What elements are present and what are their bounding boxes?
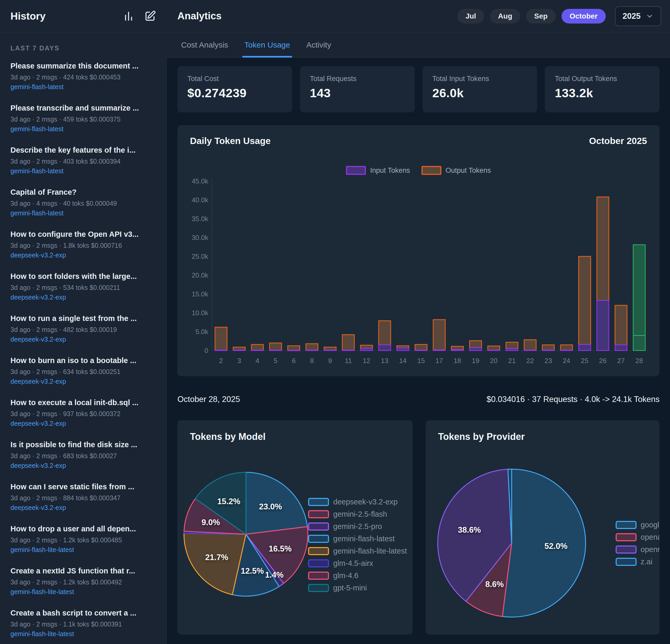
history-item[interactable]: Capital of France?3d ago · 4 msgs · 40 t… xyxy=(0,181,166,223)
svg-text:28: 28 xyxy=(635,357,643,365)
tab-token-usage[interactable]: Token Usage xyxy=(244,32,290,57)
history-item-model: gemini-flash-latest xyxy=(11,83,156,91)
history-item-title: Please transcribe and summarize ... xyxy=(11,103,156,113)
gemini-flash-latest-swatch-icon xyxy=(308,535,329,543)
svg-text:26: 26 xyxy=(599,357,607,365)
history-item-meta: 3d ago · 4 msgs · 40 toks $0.000049 xyxy=(11,199,156,207)
legend-glm-4-5-airx[interactable]: glm-4.5-airx xyxy=(308,559,407,568)
svg-text:15.0k: 15.0k xyxy=(191,290,209,298)
history-item[interactable]: How to execute a local init-db.sql ...3d… xyxy=(0,391,166,433)
legend-glm-4-6[interactable]: glm-4.6 xyxy=(308,571,407,580)
gpt-5-mini-swatch-icon xyxy=(308,584,329,592)
svg-text:15: 15 xyxy=(417,357,425,365)
history-item-title: How to sort folders with the large... xyxy=(11,271,156,281)
stat-cards: Total Cost$0.274239Total Requests143Tota… xyxy=(177,66,659,112)
legend-label: gemini-flash-latest xyxy=(333,535,394,543)
history-item-model: gemini-flash-lite-latest xyxy=(11,546,156,554)
history-item[interactable]: Create a nextId JS function that r...3d … xyxy=(0,560,166,602)
legend-label: gemini-flash-lite-latest xyxy=(333,547,407,555)
legend-openai[interactable]: openai xyxy=(616,533,660,541)
new-chat-edit-icon[interactable] xyxy=(144,10,156,22)
history-item-model: deepseek-v3.2-exp xyxy=(11,504,156,512)
svg-text:3: 3 xyxy=(237,357,241,365)
bar-chart-icon[interactable] xyxy=(123,10,135,22)
svg-text:25.0k: 25.0k xyxy=(191,253,209,260)
history-item[interactable]: Create a bash script to convert a ...3d … xyxy=(0,602,166,644)
history-item-meta: 3d ago · 2 msgs · 683 toks $0.00027 xyxy=(11,452,156,460)
svg-text:23.0%: 23.0% xyxy=(259,502,282,511)
history-item[interactable]: Describe the key features of the i...3d … xyxy=(0,139,166,181)
legend-label: google xyxy=(641,521,660,529)
svg-text:21.7%: 21.7% xyxy=(205,553,228,562)
month-pill-sep[interactable]: Sep xyxy=(526,9,555,24)
history-item-meta: 3d ago · 2 msgs · 403 toks $0.000394 xyxy=(11,157,156,165)
stat-label: Total Input Tokens xyxy=(432,75,527,83)
legend-label: gemini-2.5-pro xyxy=(333,522,382,531)
daily-bar-chart[interactable]: 05.0k10.0k15.0k20.0k25.0k30.0k35.0k40.0k… xyxy=(177,125,659,376)
svg-text:0: 0 xyxy=(205,347,208,354)
legend-gemini-2-5-flash[interactable]: gemini-2.5-flash xyxy=(308,510,407,519)
stat-card-total-input-tokens: Total Input Tokens26.0k xyxy=(423,66,537,112)
history-item[interactable]: Please summarize this document ...3d ago… xyxy=(0,55,166,97)
gemini-2-5-pro-swatch-icon xyxy=(308,522,329,531)
legend-gemini-flash-latest[interactable]: gemini-flash-latest xyxy=(308,535,407,543)
month-pill-aug[interactable]: Aug xyxy=(490,9,520,24)
svg-text:5: 5 xyxy=(273,357,277,365)
history-item-model: gemini-flash-latest xyxy=(11,125,156,133)
chevron-down-icon xyxy=(646,12,654,20)
svg-text:22: 22 xyxy=(526,357,534,365)
stat-card-total-output-tokens: Total Output Tokens133.2k xyxy=(545,66,659,112)
svg-text:38.6%: 38.6% xyxy=(458,525,481,535)
history-item[interactable]: How to configure the Open API v3...3d ag… xyxy=(0,223,166,265)
stat-value: 143 xyxy=(310,86,405,100)
history-item-model: deepseek-v3.2-exp xyxy=(11,293,156,301)
history-item-title: Create a bash script to convert a ... xyxy=(11,608,156,618)
svg-text:45.0k: 45.0k xyxy=(191,177,209,185)
history-item[interactable]: How can I serve static files from ...3d … xyxy=(0,475,166,518)
month-pill-october[interactable]: October xyxy=(562,9,606,24)
glm-4-5-airx-swatch-icon xyxy=(308,559,329,567)
history-item-meta: 3d ago · 2 msgs · 937 toks $0.000372 xyxy=(11,410,156,418)
svg-text:40.0k: 40.0k xyxy=(191,196,209,204)
svg-text:11: 11 xyxy=(345,357,352,365)
year-value: 2025 xyxy=(623,12,641,21)
history-item[interactable]: Is it possible to find the disk size ...… xyxy=(0,433,166,475)
svg-text:8: 8 xyxy=(310,357,313,365)
legend-openrouter[interactable]: openrouter xyxy=(616,545,660,554)
history-item[interactable]: How to run a single test from the ...3d … xyxy=(0,307,166,349)
history-item[interactable]: How to sort folders with the large...3d … xyxy=(0,265,166,307)
legend-z-ai[interactable]: z.ai xyxy=(616,558,660,566)
legend-gemini-flash-lite-latest[interactable]: gemini-flash-lite-latest xyxy=(308,547,407,555)
month-pill-jul[interactable]: Jul xyxy=(457,9,484,24)
history-item[interactable]: How to drop a user and all depen...3d ag… xyxy=(0,518,166,560)
history-item[interactable]: Please transcribe and summarize ...3d ag… xyxy=(0,97,166,139)
legend-label: openai xyxy=(641,533,660,541)
history-item-meta: 3d ago · 2 msgs · 1.2k toks $0.000485 xyxy=(11,536,156,544)
svg-text:16.5%: 16.5% xyxy=(269,544,292,553)
tab-activity[interactable]: Activity xyxy=(306,32,331,57)
year-select[interactable]: 2025 xyxy=(615,6,661,26)
svg-text:35.0k: 35.0k xyxy=(191,215,209,223)
history-item-title: Describe the key features of the i... xyxy=(11,145,156,155)
selected-day-summary: $0.034016 · 37 Requests · 4.0k -> 24.1k … xyxy=(486,395,659,404)
legend-label: gemini-2.5-flash xyxy=(333,510,387,519)
tabbar: Cost AnalysisToken UsageActivity xyxy=(167,32,670,58)
legend-deepseek-v3-2-exp[interactable]: deepseek-v3.2-exp xyxy=(308,498,407,506)
tab-cost-analysis[interactable]: Cost Analysis xyxy=(181,32,228,57)
history-item-title: How to configure the Open API v3... xyxy=(11,229,156,239)
history-item[interactable]: How to burn an iso to a bootable ...3d a… xyxy=(0,349,166,391)
openrouter-swatch-icon xyxy=(616,546,636,553)
svg-text:27: 27 xyxy=(617,357,625,365)
page-title: Analytics xyxy=(177,11,222,22)
legend-gpt-5-mini[interactable]: gpt-5-mini xyxy=(308,583,407,592)
openai-swatch-icon xyxy=(616,533,636,541)
month-pills: JulAugSepOctober 2025 xyxy=(457,6,661,26)
selected-day-date: October 28, 2025 xyxy=(177,395,240,404)
svg-text:10.0k: 10.0k xyxy=(191,309,209,317)
history-item-title: How to execute a local init-db.sql ... xyxy=(11,398,156,407)
legend-google[interactable]: google xyxy=(616,521,660,529)
legend-gemini-2-5-pro[interactable]: gemini-2.5-pro xyxy=(308,522,407,531)
history-item-model: deepseek-v3.2-exp xyxy=(11,251,156,259)
svg-text:14: 14 xyxy=(399,357,406,365)
history-item-meta: 3d ago · 2 msgs · 482 toks $0.00019 xyxy=(11,326,156,334)
